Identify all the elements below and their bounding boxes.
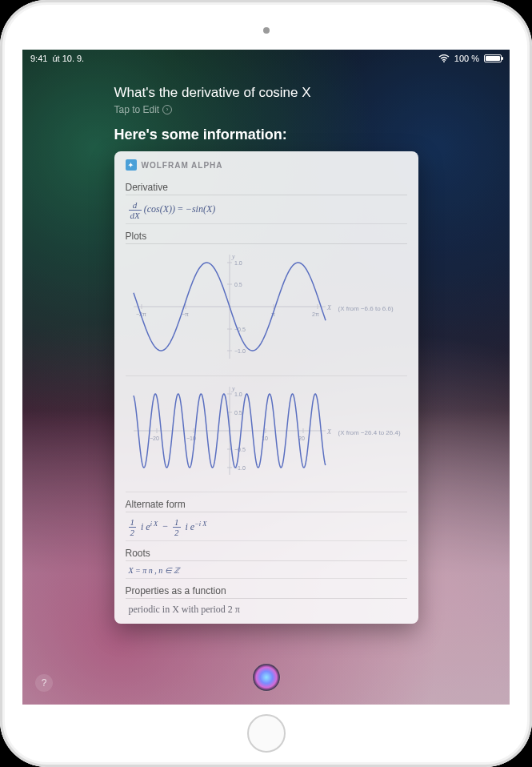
ipad-frame: 9:41 út 10. 9. 100 % [0, 0, 532, 767]
svg-text:1.0: 1.0 [234, 392, 242, 397]
svg-text:−1.0: −1.0 [234, 348, 246, 354]
plot1-x-label: X [326, 304, 332, 311]
svg-point-0 [443, 61, 445, 62]
altform-formula: 1 2 i ei X − 1 2 i e−i X [126, 512, 407, 541]
siri-orb-button[interactable] [252, 663, 281, 692]
siri-help-button[interactable]: ? [35, 674, 53, 692]
svg-text:0.5: 0.5 [234, 410, 242, 416]
status-date: út 10. 9. [52, 54, 84, 63]
derivative-formula: d dX (cos(X)) = −sin(X) [126, 195, 407, 224]
plot1-x-ticks: −2π −π π 2π [136, 304, 319, 317]
section-title-altform: Alternate form [126, 499, 407, 512]
svg-text:−π: −π [182, 311, 189, 317]
roots-body: X = π n , n ∈ ℤ [126, 561, 407, 579]
plot-2: y X 1.0 0.5 −0.5 −1.0 −20 −10 [126, 383, 334, 482]
section-title-derivative: Derivative [126, 182, 407, 195]
section-title-props: Properties as a function [126, 585, 407, 599]
plot-1: y X 1.0 0.5 −0.5 −1.0 −2π [126, 251, 334, 366]
plot2-x-label: X [326, 428, 332, 436]
svg-text:0.5: 0.5 [234, 282, 242, 287]
siri-response-heading: Here's some information: [114, 126, 418, 143]
props-body: periodic in X with period 2 π [126, 599, 407, 619]
status-bar: 9:41 út 10. 9. 100 % [22, 50, 510, 67]
svg-text:2π: 2π [312, 311, 319, 317]
siri-query-text: What's the derivative of cosine X [114, 85, 418, 101]
battery-icon [484, 54, 502, 62]
wolfram-card[interactable]: ✦ WOLFRAM ALPHA Derivative d dX (cos(X))… [114, 151, 418, 624]
battery-percent: 100 % [454, 54, 479, 63]
card-source-label: WOLFRAM ALPHA [142, 161, 223, 170]
plot-1-row: y X 1.0 0.5 −0.5 −1.0 −2π [126, 244, 407, 376]
screen: 9:41 út 10. 9. 100 % [22, 50, 510, 705]
question-mark-icon: ? [42, 677, 47, 689]
wifi-icon [438, 54, 450, 62]
tap-to-edit-label: Tap to Edit [114, 104, 160, 115]
home-button[interactable] [247, 714, 286, 753]
svg-text:−20: −20 [150, 436, 159, 441]
front-camera [263, 27, 270, 34]
section-title-roots: Roots [126, 548, 407, 561]
svg-text:1.0: 1.0 [234, 260, 242, 266]
plot-1-caption: (X from −6.6 to 6.6) [338, 305, 394, 312]
status-time: 9:41 [30, 54, 47, 63]
section-title-plots: Plots [126, 231, 407, 244]
svg-text:−0.5: −0.5 [234, 327, 246, 332]
tap-to-edit-button[interactable]: Tap to Edit › [114, 104, 418, 115]
svg-text:−0.5: −0.5 [234, 447, 246, 452]
chevron-right-icon: › [162, 105, 172, 114]
plot-2-caption: (X from −26.4 to 26.4) [338, 429, 401, 436]
card-source-header: ✦ WOLFRAM ALPHA [126, 159, 407, 175]
plot-2-row: y X 1.0 0.5 −0.5 −1.0 −20 −10 [126, 376, 407, 492]
plot1-y-label: y [231, 253, 235, 260]
wolfram-logo-icon: ✦ [126, 159, 137, 171]
